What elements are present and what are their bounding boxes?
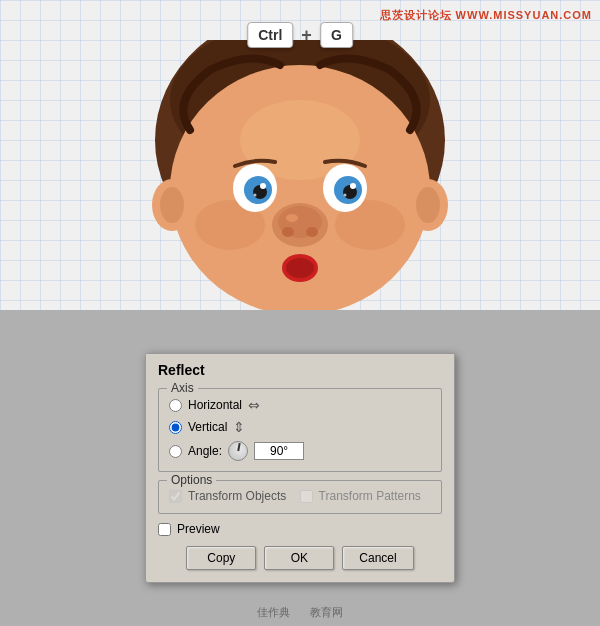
angle-radio[interactable]	[169, 445, 182, 458]
plus-sign: +	[301, 25, 312, 46]
ok-button[interactable]: OK	[264, 546, 334, 570]
shortcut-display: Ctrl + G	[247, 22, 353, 48]
transform-patterns-label: Transform Patterns	[319, 489, 421, 503]
vertical-label: Vertical	[188, 420, 227, 434]
ctrl-key: Ctrl	[247, 22, 293, 48]
preview-row: Preview	[158, 522, 442, 536]
vertical-axis-icon: ⇕	[233, 419, 245, 435]
transform-patterns-checkbox[interactable]	[300, 490, 313, 503]
dialog-content: Axis Horizontal ⇔ Vertical ⇕ Angle:	[146, 382, 454, 582]
transform-objects-label: Transform Objects	[188, 489, 286, 503]
svg-point-9	[416, 187, 440, 223]
svg-point-18	[254, 194, 257, 197]
options-group-label: Options	[167, 473, 216, 487]
svg-point-17	[350, 183, 356, 189]
dialog-buttons: Copy OK Cancel	[158, 546, 442, 570]
transform-objects-checkbox[interactable]	[169, 490, 182, 503]
dialog-title: Reflect	[146, 354, 454, 382]
angle-label: Angle:	[188, 444, 222, 458]
cancel-button[interactable]: Cancel	[342, 546, 413, 570]
reflect-dialog: Reflect Axis Horizontal ⇔ Vertical ⇕	[145, 353, 455, 583]
svg-point-16	[260, 183, 266, 189]
g-key: G	[320, 22, 353, 48]
axis-group-label: Axis	[167, 381, 198, 395]
horizontal-label: Horizontal	[188, 398, 242, 412]
watermark-top: 思茨设计论坛 WWW.MISSYUAN.COM	[380, 8, 592, 23]
watermark-bottom-left: 佳作典	[257, 605, 290, 620]
face-illustration	[130, 40, 470, 310]
svg-point-23	[282, 227, 294, 237]
bottom-watermark: 佳作典 教育网	[0, 605, 600, 620]
axis-group: Axis Horizontal ⇔ Vertical ⇕ Angle:	[158, 388, 442, 472]
dialog-area: 佳作典 教育网 Reflect Axis Horizontal ⇔ Vertic…	[0, 310, 600, 626]
vertical-radio[interactable]	[169, 421, 182, 434]
svg-point-22	[286, 214, 298, 222]
svg-point-26	[286, 258, 314, 278]
horizontal-radio[interactable]	[169, 399, 182, 412]
angle-input[interactable]	[254, 442, 304, 460]
preview-checkbox[interactable]	[158, 523, 171, 536]
svg-point-24	[306, 227, 318, 237]
angle-dial[interactable]	[228, 441, 248, 461]
options-group: Options Transform Objects Transform Patt…	[158, 480, 442, 514]
svg-point-7	[160, 187, 184, 223]
angle-row: Angle:	[169, 441, 431, 461]
watermark-bottom-right: 教育网	[310, 605, 343, 620]
preview-label: Preview	[177, 522, 220, 536]
copy-button[interactable]: Copy	[186, 546, 256, 570]
horizontal-row: Horizontal ⇔	[169, 397, 431, 413]
svg-point-19	[344, 194, 347, 197]
illustration-area: 思茨设计论坛 WWW.MISSYUAN.COM Ctrl + G	[0, 0, 600, 310]
horizontal-axis-icon: ⇔	[248, 397, 260, 413]
options-checkboxes-row: Transform Objects Transform Patterns	[169, 489, 431, 503]
vertical-row: Vertical ⇕	[169, 419, 431, 435]
